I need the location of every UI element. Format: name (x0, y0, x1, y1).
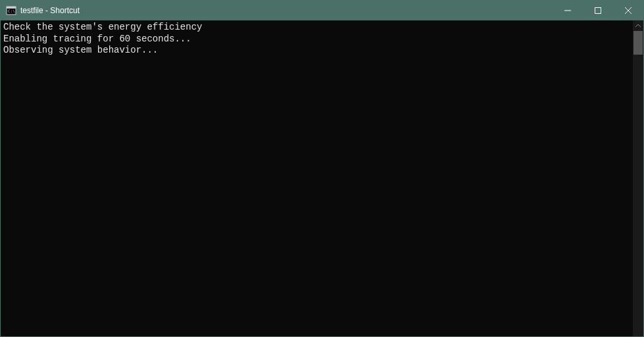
console-line: Check the system's energy efficiency (3, 22, 630, 34)
maximize-icon (595, 7, 601, 14)
svg-rect-4 (595, 8, 601, 14)
minimize-icon (564, 7, 571, 14)
console-line: Enabling tracing for 60 seconds... (3, 34, 630, 45)
chevron-up-icon (635, 23, 641, 28)
scrollbar-thumb[interactable] (633, 31, 643, 55)
close-button[interactable] (613, 1, 643, 20)
titlebar[interactable]: C:\ testfile - Shortcut (1, 1, 643, 20)
content-area: Check the system's energy efficiencyEnab… (1, 20, 643, 336)
app-icon: C:\ (6, 5, 16, 16)
window-controls (553, 1, 643, 20)
vertical-scrollbar[interactable] (633, 20, 643, 336)
scrollbar-up-arrow[interactable] (633, 20, 643, 31)
maximize-button[interactable] (583, 1, 613, 20)
console-output[interactable]: Check the system's energy efficiencyEnab… (1, 20, 633, 336)
window-title: testfile - Shortcut (20, 6, 553, 15)
console-line: Observing system behavior... (3, 45, 630, 57)
app-window: C:\ testfile - Shortcut (0, 0, 644, 337)
svg-text:C:\: C:\ (8, 9, 15, 13)
minimize-button[interactable] (553, 1, 583, 20)
close-icon (625, 7, 632, 14)
